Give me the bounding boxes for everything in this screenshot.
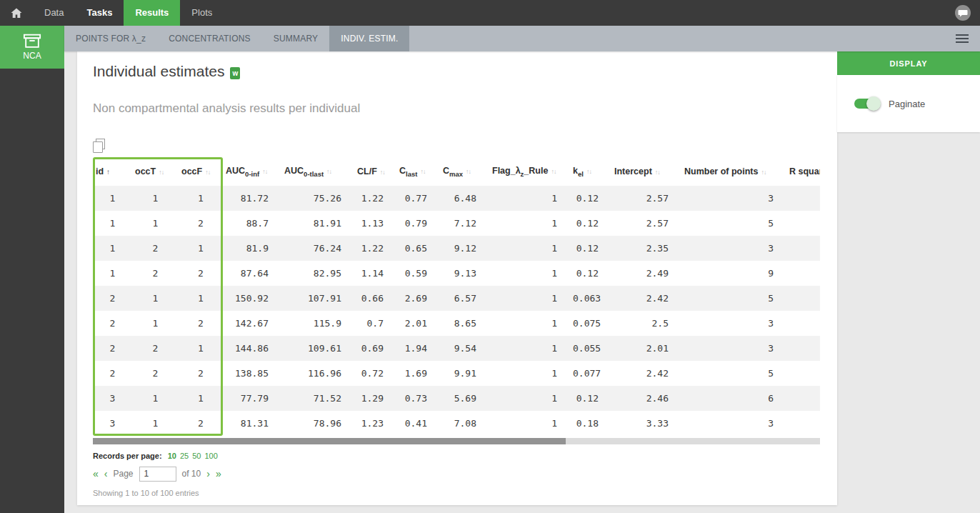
table-wrap: id↑occT↑↓occF↑↓AUC0-inf↑↓AUC0-tlast↑↓CL/… <box>93 157 820 436</box>
chat-bubble-icon <box>954 4 971 21</box>
column-header-id[interactable]: id↑ <box>93 157 132 186</box>
home-button[interactable] <box>0 0 33 26</box>
tab-points-for-z[interactable]: POINTS FOR λ_z <box>64 26 157 51</box>
paginate-toggle[interactable] <box>854 99 879 109</box>
copy-table-button[interactable] <box>93 137 109 151</box>
next-page-button[interactable]: › <box>206 469 210 479</box>
cell-c-last: 0.41 <box>396 411 440 436</box>
cell-occf: 1 <box>179 236 223 261</box>
records-option-10[interactable]: 10 <box>168 452 176 460</box>
column-header-intercept[interactable]: Intercept↑↓ <box>611 157 681 186</box>
sort-both-icon: ↑↓ <box>262 168 267 175</box>
records-option-50[interactable]: 50 <box>192 452 201 460</box>
cell-c-last: 2.01 <box>396 311 440 336</box>
records-per-page: Records per page: 102550100 <box>93 452 820 460</box>
cell-k-el: 0.12 <box>570 261 611 286</box>
cell-occt: 1 <box>132 411 179 436</box>
cell-occf: 2 <box>179 261 223 286</box>
tab-indiv-estim[interactable]: INDIV. ESTIM. <box>329 26 409 51</box>
horizontal-scrollbar[interactable] <box>93 438 820 444</box>
cell-k-el: 0.055 <box>570 336 611 361</box>
cell-auc-0-inf: 144.86 <box>223 336 281 361</box>
topbar-item-data[interactable]: Data <box>33 0 75 26</box>
cell-r-squared <box>786 236 820 261</box>
page-input[interactable] <box>139 467 176 482</box>
last-page-button[interactable]: » <box>216 469 221 479</box>
cell-auc-0-tlast: 81.91 <box>281 211 354 236</box>
topbar-item-plots[interactable]: Plots <box>180 0 224 26</box>
cell-occt: 1 <box>132 286 179 311</box>
cell-id: 1 <box>93 236 132 261</box>
cell-r-squared <box>786 311 820 336</box>
main-area: Individual estimates w Non compartmental… <box>64 51 837 513</box>
topbar-nav: DataTasksResultsPlots <box>33 0 224 26</box>
column-header-auc-0-inf[interactable]: AUC0-inf↑↓ <box>223 157 281 186</box>
column-header-k-el[interactable]: kel↑↓ <box>570 157 611 186</box>
cell-auc-0-tlast: 75.26 <box>281 186 354 211</box>
column-header-cl-f[interactable]: CL/F↑↓ <box>354 157 396 186</box>
column-header-number-of-points[interactable]: Number of points↑↓ <box>681 157 786 186</box>
cell-auc-0-inf: 81.9 <box>223 236 281 261</box>
cell-c-max: 6.48 <box>440 186 489 211</box>
cell-occt: 1 <box>132 186 179 211</box>
cell-k-el: 0.075 <box>570 311 611 336</box>
cell-number-of-points: 9 <box>681 261 786 286</box>
cell-occt: 2 <box>132 336 179 361</box>
cell-c-last: 0.65 <box>396 236 440 261</box>
first-page-button[interactable]: « <box>93 469 99 479</box>
cell-flag-lambda-z-rule: 1 <box>489 386 570 411</box>
cell-id: 2 <box>93 286 132 311</box>
column-header-r-squared[interactable]: R squared↑↓ <box>786 157 820 186</box>
chat-button[interactable] <box>954 4 971 21</box>
table-row: 31281.3178.961.230.417.0810.183.333 <box>93 411 820 436</box>
cell-k-el: 0.12 <box>570 236 611 261</box>
cell-k-el: 0.077 <box>570 361 611 386</box>
cell-intercept: 2.49 <box>611 261 681 286</box>
column-header-occt[interactable]: occT↑↓ <box>132 157 179 186</box>
records-option-25[interactable]: 25 <box>180 452 189 460</box>
cell-r-squared <box>786 261 820 286</box>
cell-intercept: 3.33 <box>611 411 681 436</box>
scrollbar-thumb[interactable] <box>93 438 566 444</box>
topbar-item-results[interactable]: Results <box>124 0 180 26</box>
prev-page-button[interactable]: ‹ <box>104 469 108 479</box>
cell-flag-lambda-z-rule: 1 <box>489 211 570 236</box>
records-label: Records per page: <box>93 452 162 460</box>
page-title: Individual estimates <box>93 61 224 81</box>
column-header-flag-lambda-z-rule[interactable]: Flag_λz_Rule↑↓ <box>489 157 570 186</box>
cell-c-last: 1.94 <box>396 336 440 361</box>
cell-id: 1 <box>93 186 132 211</box>
table-row: 12181.976.241.220.659.1210.122.353 <box>93 236 820 261</box>
cell-intercept: 2.57 <box>611 211 681 236</box>
cell-auc-0-inf: 88.7 <box>223 211 281 236</box>
cell-c-max: 5.69 <box>440 386 489 411</box>
cell-cl-f: 0.72 <box>354 361 396 386</box>
column-header-c-last[interactable]: Clast↑↓ <box>396 157 440 186</box>
tab-summary[interactable]: SUMMARY <box>262 26 330 51</box>
cell-c-max: 7.08 <box>440 411 489 436</box>
topbar-item-tasks[interactable]: Tasks <box>75 0 124 26</box>
cell-r-squared <box>786 361 820 386</box>
cell-intercept: 2.42 <box>611 361 681 386</box>
cell-cl-f: 0.69 <box>354 336 396 361</box>
sort-both-icon: ↑↓ <box>159 169 164 176</box>
cell-auc-0-inf: 138.85 <box>223 361 281 386</box>
column-header-auc-0-tlast[interactable]: AUC0-tlast↑↓ <box>281 157 354 186</box>
cell-auc-0-inf: 87.64 <box>223 261 281 286</box>
column-header-c-max[interactable]: Cmax↑↓ <box>440 157 489 186</box>
cell-occf: 2 <box>179 411 223 436</box>
word-export-icon[interactable]: w <box>230 67 240 79</box>
records-option-100[interactable]: 100 <box>204 452 217 460</box>
cell-auc-0-tlast: 115.9 <box>281 311 354 336</box>
cell-occt: 2 <box>132 236 179 261</box>
page-label: Page <box>113 469 133 479</box>
menu-button[interactable] <box>956 26 980 51</box>
cell-occt: 1 <box>132 211 179 236</box>
tab-concentrations[interactable]: CONCENTRATIONS <box>157 26 262 51</box>
column-header-occf[interactable]: occF↑↓ <box>179 157 223 186</box>
table-row: 11181.7275.261.220.776.4810.122.573 <box>93 186 820 211</box>
hamburger-icon <box>956 34 969 43</box>
sidebar-item-nca[interactable]: NCA <box>0 26 64 69</box>
sort-both-icon: ↑↓ <box>380 169 385 176</box>
sidebar: NCA <box>0 26 64 513</box>
